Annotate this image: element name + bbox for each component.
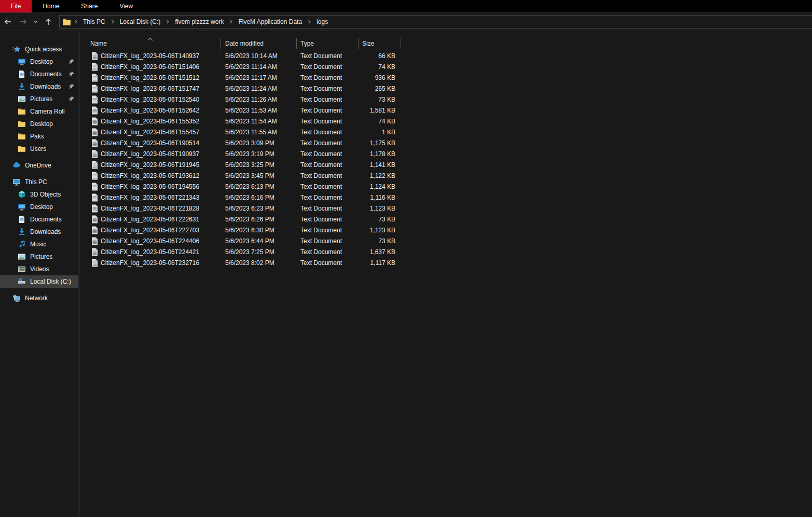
breadcrumb-chevron-icon[interactable] (109, 19, 116, 25)
ribbon-tab-file[interactable]: File (0, 0, 32, 12)
sidebar-item-desktop[interactable]: Desktop (0, 118, 78, 130)
file-date-modified: 5/6/2023 11:17 AM (221, 74, 297, 81)
objects-3d-icon (18, 190, 26, 199)
file-row[interactable]: CitizenFX_log_2023-05-06T191945 5/6/2023… (80, 159, 812, 170)
file-name-cell: CitizenFX_log_2023-05-06T224406 (80, 237, 221, 245)
breadcrumb-item-logs[interactable]: logs (313, 16, 332, 28)
file-type: Text Document (297, 237, 359, 245)
sidebar-item-quick-access[interactable]: Quick access (0, 43, 78, 55)
sidebar-item-documents[interactable]: Documents (0, 213, 78, 226)
text-document-icon (91, 117, 98, 125)
breadcrumb-chevron-icon[interactable] (73, 19, 79, 25)
file-date-modified: 5/6/2023 3:45 PM (221, 172, 297, 179)
file-name-cell: CitizenFX_log_2023-05-06T222631 (80, 215, 221, 223)
pictures-icon (18, 95, 26, 103)
column-header-date-modified[interactable]: Date modified (221, 37, 297, 50)
sidebar-item-onedrive[interactable]: OneDrive (0, 159, 78, 172)
file-name: CitizenFX_log_2023-05-06T152540 (101, 96, 199, 103)
column-header-name[interactable]: Name (80, 37, 221, 50)
folder-icon (18, 107, 26, 116)
text-document-icon (91, 172, 98, 180)
recent-locations-button[interactable] (31, 14, 40, 30)
breadcrumb-item-this-pc[interactable]: This PC (79, 16, 109, 28)
sidebar-item-downloads[interactable]: Downloads (0, 80, 78, 93)
file-row[interactable]: CitizenFX_log_2023-05-06T193612 5/6/2023… (80, 170, 812, 181)
ribbon-tab-label: File (11, 3, 21, 10)
file-row[interactable]: CitizenFX_log_2023-05-06T194556 5/6/2023… (80, 181, 812, 192)
sidebar-item-pictures[interactable]: Pictures (0, 250, 78, 263)
sidebar-item-documents[interactable]: Documents (0, 68, 78, 80)
sidebar-item-users[interactable]: Users (0, 143, 78, 155)
breadcrumb-chevron-icon[interactable] (164, 19, 171, 25)
text-document-icon (91, 52, 98, 60)
up-button[interactable] (40, 14, 56, 30)
file-name: CitizenFX_log_2023-05-06T191945 (101, 161, 199, 169)
file-row[interactable]: CitizenFX_log_2023-05-06T155352 5/6/2023… (80, 116, 812, 127)
file-name: CitizenFX_log_2023-05-06T221343 (101, 194, 199, 201)
file-name: CitizenFX_log_2023-05-06T232716 (101, 259, 199, 267)
sidebar-item-desktop[interactable]: Desktop (0, 55, 78, 68)
ribbon-tab-view[interactable]: View (108, 0, 144, 12)
file-row[interactable]: CitizenFX_log_2023-05-06T152540 5/6/2023… (80, 94, 812, 105)
file-row[interactable]: CitizenFX_log_2023-05-06T190937 5/6/2023… (80, 148, 812, 159)
file-row[interactable]: CitizenFX_log_2023-05-06T222703 5/6/2023… (80, 225, 812, 235)
file-size: 936 KB (359, 74, 401, 81)
file-name-cell: CitizenFX_log_2023-05-06T221343 (80, 193, 221, 202)
text-document-icon (91, 150, 98, 158)
file-type: Text Document (297, 129, 359, 136)
column-headers: Name Date modified Type Size (80, 31, 812, 50)
sidebar-item-label: Local Disk (C:) (30, 278, 71, 285)
sidebar-item-local-disk-c[interactable]: Local Disk (C:) (0, 275, 78, 288)
address-bar[interactable]: This PCLocal Disk (C:)fivem plzzzz workF… (59, 15, 812, 29)
column-header-size[interactable]: Size (359, 37, 401, 50)
sidebar-item-pictures[interactable]: Pictures (0, 93, 78, 105)
back-button[interactable] (0, 14, 16, 30)
file-row[interactable]: CitizenFX_log_2023-05-06T222631 5/6/2023… (80, 214, 812, 225)
file-row[interactable]: CitizenFX_log_2023-05-06T232716 5/6/2023… (80, 257, 812, 268)
ribbon-tab-share[interactable]: Share (70, 0, 108, 12)
column-header-type[interactable]: Type (297, 37, 359, 50)
breadcrumb-item-local-disk-c[interactable]: Local Disk (C:) (116, 16, 164, 28)
sidebar-item-camera-roll[interactable]: Camera Roll (0, 105, 78, 118)
file-name: CitizenFX_log_2023-05-06T155352 (101, 118, 199, 125)
breadcrumb-chevron-icon[interactable] (228, 19, 234, 25)
sidebar-item-videos[interactable]: Videos (0, 263, 78, 275)
breadcrumb-item-fivem-application-data[interactable]: FiveM Application Data (235, 16, 306, 28)
file-row[interactable]: CitizenFX_log_2023-05-06T221828 5/6/2023… (80, 203, 812, 214)
file-row[interactable]: CitizenFX_log_2023-05-06T224421 5/6/2023… (80, 246, 812, 257)
ribbon-tab-home[interactable]: Home (32, 0, 70, 12)
file-type: Text Document (297, 85, 359, 92)
file-row[interactable]: CitizenFX_log_2023-05-06T151406 5/6/2023… (80, 61, 812, 72)
sidebar-item-downloads[interactable]: Downloads (0, 226, 78, 238)
sidebar-item-paks[interactable]: Paks (0, 130, 78, 143)
file-row[interactable]: CitizenFX_log_2023-05-06T140937 5/6/2023… (80, 50, 812, 61)
chevron-down-icon (33, 19, 39, 25)
sidebar-item-network[interactable]: Network (0, 292, 78, 304)
sidebar-item-music[interactable]: Music (0, 238, 78, 250)
file-row[interactable]: CitizenFX_log_2023-05-06T155457 5/6/2023… (80, 127, 812, 137)
file-row[interactable]: CitizenFX_log_2023-05-06T224406 5/6/2023… (80, 235, 812, 246)
file-row[interactable]: CitizenFX_log_2023-05-06T221343 5/6/2023… (80, 192, 812, 203)
ribbon-tab-label: Home (43, 3, 59, 10)
sidebar-item-desktop[interactable]: Desktop (0, 201, 78, 213)
sidebar-item-this-pc[interactable]: This PC (0, 176, 78, 188)
forward-button[interactable] (16, 14, 31, 30)
breadcrumb-item-fivem-plzzzz-work[interactable]: fivem plzzzz work (171, 16, 227, 28)
file-size: 73 KB (359, 237, 401, 245)
file-name-cell: CitizenFX_log_2023-05-06T152540 (80, 95, 221, 104)
breadcrumb-chevron-icon[interactable] (306, 19, 312, 25)
file-row[interactable]: CitizenFX_log_2023-05-06T152642 5/6/2023… (80, 105, 812, 116)
sidebar-item-label: Paks (30, 133, 44, 140)
file-name: CitizenFX_log_2023-05-06T190937 (101, 150, 199, 158)
file-name-cell: CitizenFX_log_2023-05-06T140937 (80, 52, 221, 60)
folder-icon (62, 18, 71, 26)
sidebar-item-label: Camera Roll (30, 108, 65, 115)
folder-icon (18, 145, 26, 153)
sidebar-item-3d-objects[interactable]: 3D Objects (0, 188, 78, 201)
file-row[interactable]: CitizenFX_log_2023-05-06T151747 5/6/2023… (80, 83, 812, 94)
file-row[interactable]: CitizenFX_log_2023-05-06T190514 5/6/2023… (80, 137, 812, 148)
file-name: CitizenFX_log_2023-05-06T221828 (101, 205, 199, 212)
text-document-icon (91, 106, 98, 115)
file-row[interactable]: CitizenFX_log_2023-05-06T151512 5/6/2023… (80, 72, 812, 83)
network-icon (12, 294, 21, 302)
